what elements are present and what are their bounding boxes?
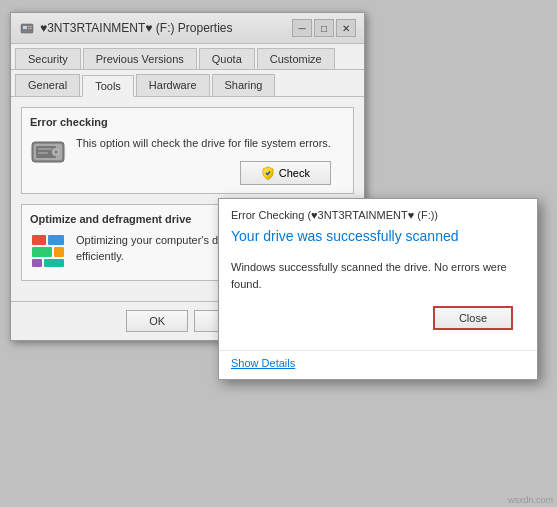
svg-rect-12 [48,235,64,245]
watermark: wsxdn.com [508,495,553,505]
svg-rect-13 [32,247,52,257]
svg-rect-9 [38,148,52,150]
window-icon [19,20,35,36]
svg-rect-1 [23,26,27,29]
error-dialog-header: Error Checking (♥3NT3RTAINMENT♥ (F:)) Yo… [219,199,537,259]
maximize-button[interactable]: □ [314,19,334,37]
error-dialog: Error Checking (♥3NT3RTAINMENT♥ (F:)) Yo… [218,198,538,380]
svg-rect-11 [32,235,46,245]
hdd-icon [30,136,66,169]
tab-tools[interactable]: Tools [82,75,134,97]
svg-point-8 [54,150,58,154]
tabs-row-2: General Tools Hardware Sharing [11,70,364,97]
svg-rect-14 [54,247,64,257]
tab-customize[interactable]: Customize [257,48,335,69]
error-checking-text: This option will check the drive for fil… [76,136,331,151]
tab-security[interactable]: Security [15,48,81,69]
ok-button[interactable]: OK [126,310,188,332]
tab-hardware[interactable]: Hardware [136,74,210,96]
error-dialog-footer: Close [231,306,525,340]
error-dialog-body: Windows successfully scanned the drive. … [219,259,537,350]
check-button[interactable]: Check [240,161,331,185]
title-controls: ─ □ ✕ [292,19,356,37]
close-dialog-button[interactable]: Close [433,306,513,330]
svg-rect-3 [28,28,32,29]
svg-rect-10 [38,152,48,154]
defrag-icon [30,233,66,272]
tabs-row-1: Security Previous Versions Quota Customi… [11,44,364,70]
svg-rect-16 [44,259,64,267]
close-button[interactable]: ✕ [336,19,356,37]
error-dialog-message: Windows successfully scanned the drive. … [231,259,525,292]
window-title: ♥3NT3RTAINMENT♥ (F:) Properties [40,21,233,35]
check-btn-label: Check [279,167,310,179]
minimize-button[interactable]: ─ [292,19,312,37]
svg-rect-2 [28,26,32,27]
show-details-link[interactable]: Show Details [219,350,537,379]
tab-quota[interactable]: Quota [199,48,255,69]
error-checking-title: Error checking [30,116,345,128]
error-checking-section: Error checking [21,107,354,194]
svg-rect-15 [32,259,42,267]
error-dialog-success: Your drive was successfully scanned [231,227,525,245]
tab-previous-versions[interactable]: Previous Versions [83,48,197,69]
shield-check-icon [261,166,275,180]
error-dialog-title: Error Checking (♥3NT3RTAINMENT♥ (F:)) [231,209,525,221]
tab-general[interactable]: General [15,74,80,96]
title-bar: ♥3NT3RTAINMENT♥ (F:) Properties ─ □ ✕ [11,13,364,44]
tab-sharing[interactable]: Sharing [212,74,276,96]
